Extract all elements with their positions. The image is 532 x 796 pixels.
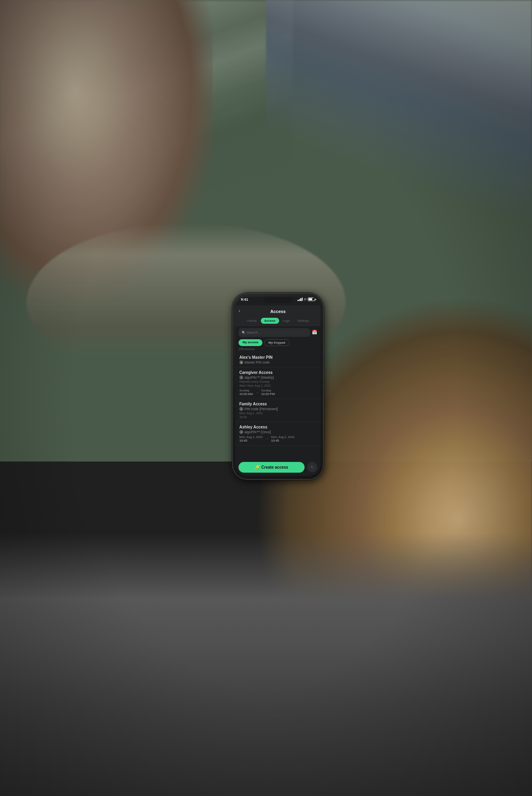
refresh-button[interactable]: ↻	[307, 462, 317, 472]
phone-screen-inner: 9:41 ⊙	[235, 297, 321, 476]
access-count: 199 access	[235, 347, 321, 352]
time-from: Sunday 10:00 AM	[239, 389, 253, 396]
list-item[interactable]: Alex's Master PIN 🔒 Master PIN code	[235, 352, 321, 368]
create-button-label: Create access	[261, 465, 288, 469]
item-title: Family Access	[239, 402, 317, 406]
item-type-label: algoPIN™ [Once]	[244, 430, 271, 434]
item-sub: ⊙ algoPIN™ [Weekly]	[239, 376, 317, 379]
battery-icon	[308, 297, 315, 301]
to-day: Sunday	[261, 389, 275, 392]
search-placeholder: Search...	[246, 331, 261, 334]
page-title: Access	[270, 309, 286, 314]
to-sub: 10:45	[271, 439, 295, 442]
tab-unlock[interactable]: Unlock	[243, 318, 260, 324]
item-type-label: algoPIN™ [Weekly]	[244, 376, 274, 379]
time-from: Mon, Aug 1, 2022 10:45	[239, 435, 263, 442]
notch-area: 9:41 ⊙	[235, 297, 321, 305]
time-to: Sunday 10:00 PM	[261, 389, 275, 396]
search-field[interactable]: 🔍 Search...	[239, 328, 310, 337]
my-access-toggle[interactable]: My access	[239, 339, 262, 346]
time-to: Mon, Aug 2, 2022 10:45	[271, 435, 295, 442]
item-type-label: Master PIN code	[244, 360, 270, 364]
calendar-icon[interactable]: 📅	[312, 330, 317, 335]
lock-icon: 🔒	[239, 360, 243, 364]
signal-icon	[297, 297, 303, 301]
tabs-bar: Unlock Access Logs Settings	[235, 316, 321, 326]
search-bar: 🔍 Search... 📅	[235, 326, 321, 338]
list-item[interactable]: Family Access ⊙ PIN code [Permanent] Mon…	[235, 399, 321, 422]
item-title: Ashley Access	[239, 425, 317, 429]
toggle-row: My access My Keypad	[235, 338, 321, 347]
pin-icon: ⊙	[239, 407, 243, 411]
arrow-icon: →	[255, 390, 259, 394]
item-sub: ⊙ algoPIN™ [Once]	[239, 430, 317, 434]
list-item[interactable]: Caregiver Access ⊙ algoPIN™ [Weekly] Rep…	[235, 368, 321, 399]
item-type-label: PIN code [Permanent]	[244, 407, 278, 411]
to-date: Mon, Aug 2, 2022	[271, 435, 295, 439]
tab-logs[interactable]: Logs	[280, 318, 293, 324]
algo-icon: ⊙	[239, 430, 243, 434]
to-hour: 10:00 PM	[261, 392, 275, 396]
status-right-icons: ⊙	[297, 297, 315, 301]
status-bar-content: 9:41 ⊙	[235, 297, 321, 301]
phone-body: 9:41 ⊙	[232, 293, 324, 480]
tab-access[interactable]: Access	[261, 318, 279, 324]
algo-icon: ⊙	[239, 376, 243, 379]
list-item[interactable]: Ashley Access ⊙ algoPIN™ [Once] Mon, Aug…	[235, 422, 321, 446]
nav-header: ‹ Access	[235, 305, 321, 316]
from-day: Sunday	[239, 389, 253, 392]
bottom-actions: 🔑 Create access ↻	[235, 460, 321, 476]
create-access-button[interactable]: 🔑 Create access	[239, 462, 305, 473]
item-meta-1: Mon, Aug 1, 2022	[239, 411, 317, 415]
from-sub: 10:45	[239, 439, 263, 442]
item-meta-2: Start: Mon, Aug 1, 2022	[239, 384, 317, 387]
item-title: Alex's Master PIN	[239, 355, 317, 360]
item-title: Caregiver Access	[239, 370, 317, 375]
from-date: Mon, Aug 1, 2022	[239, 435, 263, 439]
phone-physical: 9:41 ⊙	[232, 293, 324, 480]
key-icon: 🔑	[255, 465, 260, 469]
screen-content: ‹ Access Unlock Access Logs	[235, 305, 321, 476]
wifi-icon: ⊙	[304, 297, 307, 301]
item-time-range: Mon, Aug 1, 2022 10:45 → Mon, Aug 2, 202…	[239, 435, 317, 442]
item-meta-1: Repeats every Sunday	[239, 380, 317, 383]
search-icon: 🔍	[242, 331, 246, 334]
status-time: 9:41	[241, 297, 248, 301]
my-keypad-toggle[interactable]: My Keypad	[264, 339, 289, 346]
battery-fill	[309, 298, 312, 300]
item-meta-2: 10:45	[239, 415, 317, 419]
item-sub: ⊙ PIN code [Permanent]	[239, 407, 317, 411]
arrow-icon: →	[265, 437, 269, 441]
scene-center: 9:41 ⊙	[0, 0, 532, 796]
time-range: Sunday 10:00 AM → Sunday 10:00 PM	[239, 389, 317, 396]
tab-settings[interactable]: Settings	[294, 318, 313, 324]
back-button[interactable]: ‹	[239, 307, 241, 314]
access-list: Alex's Master PIN 🔒 Master PIN code Care…	[235, 352, 321, 460]
from-hour: 10:00 AM	[239, 392, 253, 396]
item-sub: 🔒 Master PIN code	[239, 360, 317, 364]
